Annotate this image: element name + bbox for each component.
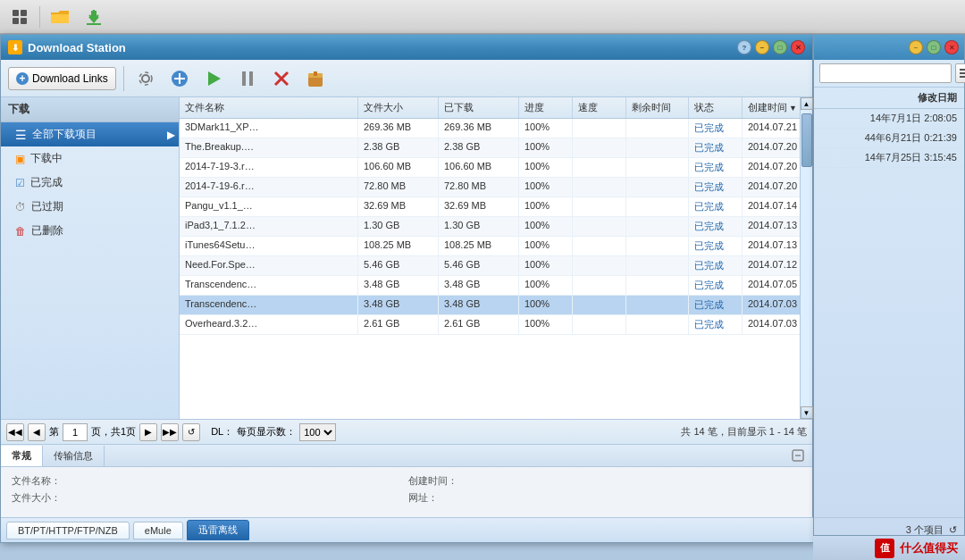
refresh-button[interactable]: ↺ <box>182 423 200 441</box>
table-cell <box>626 256 689 275</box>
table-cell: 已完成 <box>689 276 743 295</box>
close-button[interactable]: ✕ <box>791 40 805 54</box>
table-row[interactable]: Pangu_v1.1_…32.69 MB32.69 MB100%已完成2014.… <box>180 197 800 217</box>
content-area: 下载 ☰ 全部下载项目 ▶ ▣ 下载中 ☑ 已完成 ⏱ 已过期 🗑 已删除 <box>1 97 812 419</box>
download-arrow-icon[interactable] <box>78 4 110 30</box>
table-cell: 2014.07.14 <box>743 197 800 216</box>
table-cell: 已完成 <box>689 296 743 314</box>
right-max-button[interactable]: □ <box>927 40 941 54</box>
status-tab-xunlei[interactable]: 迅雷离线 <box>187 520 249 540</box>
sidebar-item-downloading[interactable]: ▣ 下载中 <box>1 146 179 171</box>
table-cell: 2014.07.12 <box>743 256 800 275</box>
table-row[interactable]: Transcendenc…3.48 GB3.48 GB100%已完成2014.0… <box>180 276 800 296</box>
first-page-button[interactable]: ◀◀ <box>6 423 24 441</box>
table-row[interactable]: The.Breakup.…2.38 GB2.38 GB100%已完成2014.0… <box>180 138 800 158</box>
table-row[interactable]: Overheard.3.2…2.61 GB2.61 GB100%已完成2014.… <box>180 315 800 335</box>
filesize-field: 文件大小： <box>12 491 405 505</box>
col-progress[interactable]: 进度 <box>519 97 573 118</box>
table-row[interactable]: iPad3,1_7.1.2…1.30 GB1.30 GB100%已完成2014.… <box>180 217 800 237</box>
table-cell <box>573 119 626 138</box>
table-cell <box>573 315 626 334</box>
status-tab-bt[interactable]: BT/PT/HTTP/FTP/NZB <box>6 522 130 539</box>
maximize-button[interactable]: □ <box>773 40 787 54</box>
col-status[interactable]: 状态 <box>689 97 743 118</box>
help-button[interactable]: ? <box>737 40 751 54</box>
package-button[interactable] <box>301 64 330 93</box>
right-close-button[interactable]: ✕ <box>944 40 959 54</box>
table-cell: 已完成 <box>689 217 743 236</box>
status-tab-emule[interactable]: eMule <box>133 522 183 539</box>
scrollbar-y[interactable]: ▲ ▼ <box>800 97 812 419</box>
list-view-button[interactable] <box>955 63 965 83</box>
main-window: ⬇ Download Station ? − □ ✕ + Download Li… <box>0 34 813 543</box>
dl-label: DL： <box>211 425 233 439</box>
svg-rect-22 <box>960 69 965 71</box>
bottom-content: 文件名称： 创建时间： 文件大小： 网址： <box>1 467 812 512</box>
table-row[interactable]: 2014-7-19-6.r…72.80 MB72.80 MB100%已完成201… <box>180 178 800 197</box>
table-row[interactable]: Transcendenc…3.48 GB3.48 GB100%已完成2014.0… <box>180 296 800 315</box>
delete-button[interactable] <box>267 64 296 93</box>
table-row[interactable]: iTunes64Setu…108.25 MB108.25 MB100%已完成20… <box>180 237 800 256</box>
table-cell: iPad3,1_7.1.2… <box>180 217 358 236</box>
next-page-button[interactable]: ▶ <box>139 423 157 441</box>
minimize-button[interactable]: − <box>755 40 769 54</box>
scroll-track[interactable] <box>801 110 812 406</box>
page-input[interactable] <box>63 423 88 441</box>
tab-transfer[interactable]: 传输信息 <box>43 446 105 466</box>
scroll-down-button[interactable]: ▼ <box>801 406 813 419</box>
table-row[interactable]: 2014-7-19-3.r…106.60 MB106.60 MB100%已完成2… <box>180 158 800 178</box>
table-cell: Overheard.3.2… <box>180 315 358 334</box>
sidebar-item-deleted[interactable]: 🗑 已删除 <box>1 219 179 243</box>
right-list-item-1[interactable]: 14年7月1日 2:08:05 <box>814 109 964 129</box>
last-page-button[interactable]: ▶▶ <box>161 423 179 441</box>
sidebar-section-header: 下载 <box>1 97 179 122</box>
table-cell: 108.25 MB <box>439 237 519 255</box>
table-cell: iTunes64Setu… <box>180 237 358 255</box>
arrow-icon: ▶ <box>167 129 175 141</box>
folder-icon[interactable] <box>44 4 76 30</box>
per-page-select[interactable]: 100 50 200 <box>299 423 336 441</box>
col-filename[interactable]: 文件名称 <box>180 97 358 118</box>
tab-general[interactable]: 常规 <box>1 446 43 466</box>
col-created[interactable]: 创建时间 ▼ <box>743 97 800 118</box>
sidebar-item-all[interactable]: ☰ 全部下载项目 ▶ <box>1 122 179 146</box>
table-row[interactable]: Need.For.Spe…5.46 GB5.46 GB100%已完成2014.0… <box>180 256 800 276</box>
table-cell <box>626 276 689 295</box>
svg-rect-6 <box>87 23 101 25</box>
prev-page-button[interactable]: ◀ <box>28 423 46 441</box>
add-task-button[interactable] <box>165 64 194 93</box>
table-cell: 已完成 <box>689 237 743 255</box>
table-cell <box>573 237 626 255</box>
grid-icon[interactable] <box>4 4 36 30</box>
col-speed[interactable]: 速度 <box>573 97 626 118</box>
watermark-logo: 值 <box>875 539 894 558</box>
sidebar-item-expired[interactable]: ⏱ 已过期 <box>1 195 179 219</box>
table-cell <box>626 119 689 138</box>
table-row[interactable]: 3DMark11_XP…269.36 MB269.36 MB100%已完成201… <box>180 119 800 138</box>
table-cell: 100% <box>519 197 573 216</box>
add-download-button[interactable]: + Download Links <box>8 67 116 90</box>
right-search-input[interactable] <box>819 63 952 83</box>
table-cell: 2.38 GB <box>358 138 439 157</box>
table-cell <box>626 197 689 216</box>
svg-rect-14 <box>249 71 253 86</box>
right-list-item-3[interactable]: 14年7月25日 3:15:45 <box>814 148 964 168</box>
start-button[interactable] <box>199 64 228 93</box>
right-min-button[interactable]: − <box>909 40 923 54</box>
sidebar-item-completed[interactable]: ☑ 已完成 <box>1 171 179 195</box>
table-cell: 3.48 GB <box>439 276 519 295</box>
scroll-up-button[interactable]: ▲ <box>801 97 813 110</box>
table-cell: 1.30 GB <box>439 217 519 236</box>
pause-button[interactable] <box>233 64 262 93</box>
scroll-thumb[interactable] <box>801 113 812 167</box>
page-label: 第 <box>49 425 59 439</box>
table-cell: 2014.07.13 <box>743 237 800 255</box>
right-list-item-2[interactable]: 44年6月21日 0:21:39 <box>814 129 964 148</box>
col-size[interactable]: 文件大小 <box>358 97 439 118</box>
col-downloaded[interactable]: 已下载 <box>439 97 519 118</box>
collapse-button[interactable] <box>787 445 809 466</box>
table-cell: Transcendenc… <box>180 296 358 314</box>
table-cell <box>573 138 626 157</box>
col-remaining[interactable]: 剩余时间 <box>626 97 689 118</box>
settings-button[interactable] <box>131 64 160 93</box>
